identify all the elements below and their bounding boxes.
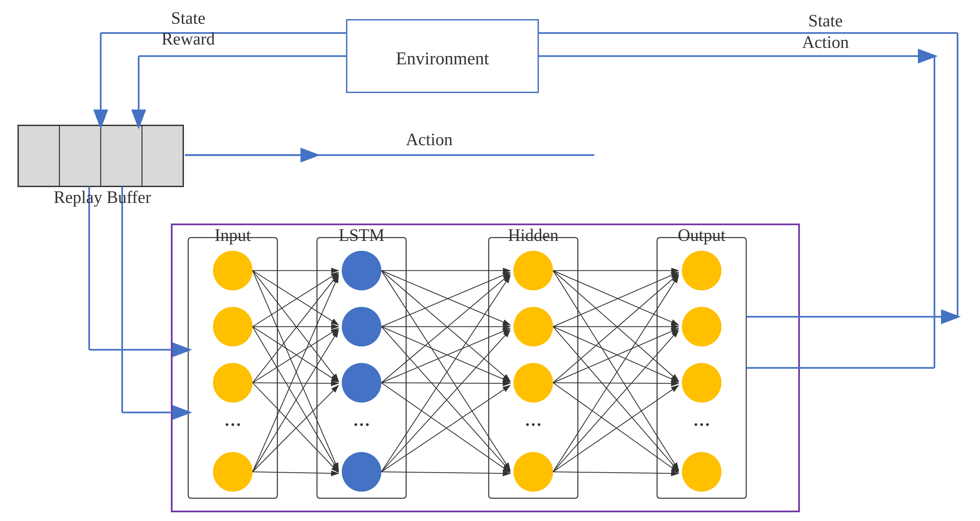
lstm-node-2 [342, 307, 381, 346]
lstm-dots: ··· [353, 412, 371, 437]
input-dots: ··· [224, 412, 242, 437]
action-label-middle: Action [406, 130, 453, 149]
svg-line-47 [553, 383, 679, 383]
svg-line-30 [381, 328, 510, 383]
input-node-3 [213, 363, 253, 403]
svg-line-40 [553, 270, 679, 470]
svg-line-44 [553, 327, 679, 471]
svg-line-36 [381, 472, 510, 473]
svg-line-41 [553, 272, 679, 327]
hidden-dots: ··· [525, 412, 542, 437]
output-layer-label: Output [678, 226, 726, 245]
svg-line-50 [553, 330, 679, 472]
input-layer-label: Input [215, 226, 251, 245]
lstm-node-5 [342, 452, 381, 492]
svg-line-15 [253, 383, 339, 383]
hidden-node-5 [514, 452, 553, 492]
svg-line-20 [253, 472, 339, 473]
svg-line-24 [381, 270, 510, 470]
svg-line-52 [553, 472, 679, 473]
svg-line-7 [253, 270, 339, 381]
input-node-5 [213, 452, 253, 492]
svg-line-29 [381, 274, 510, 383]
input-node-1 [213, 251, 253, 291]
output-dots: ··· [693, 412, 711, 437]
svg-line-8 [253, 270, 339, 470]
reward-label-top: Reward [161, 29, 215, 48]
lstm-node-3 [342, 363, 381, 403]
output-node-3 [682, 363, 721, 403]
svg-line-28 [381, 327, 510, 471]
svg-line-34 [381, 330, 510, 472]
diagram-container: Environment ··· ··· [0, 0, 980, 521]
state-label-right: State [808, 11, 843, 30]
output-node-2 [682, 307, 721, 346]
svg-line-25 [381, 272, 510, 327]
lstm-layer-label: LSTM [339, 226, 385, 245]
svg-line-13 [253, 274, 339, 383]
state-label-top: State [171, 9, 205, 27]
environment-label: Environment [396, 49, 489, 68]
svg-line-18 [253, 330, 339, 472]
replay-buffer-label: Replay Buffer [54, 188, 151, 206]
svg-line-38 [553, 270, 679, 325]
hidden-node-1 [514, 251, 553, 291]
output-node-5 [682, 452, 721, 492]
svg-line-45 [553, 274, 679, 383]
lstm-node-1 [342, 251, 381, 291]
input-node-2 [213, 307, 253, 346]
hidden-node-2 [514, 307, 553, 346]
svg-line-22 [381, 270, 510, 325]
svg-line-31 [381, 383, 510, 383]
svg-line-39 [553, 270, 679, 381]
hidden-node-3 [514, 363, 553, 403]
hidden-layer-label: Hidden [508, 226, 558, 245]
svg-line-9 [253, 272, 339, 327]
svg-line-46 [553, 328, 679, 383]
svg-line-6 [253, 270, 339, 325]
output-node-1 [682, 251, 721, 291]
svg-line-23 [381, 270, 510, 381]
diagram-svg: Environment ··· ··· [0, 0, 980, 521]
action-label-right: Action [802, 33, 849, 51]
